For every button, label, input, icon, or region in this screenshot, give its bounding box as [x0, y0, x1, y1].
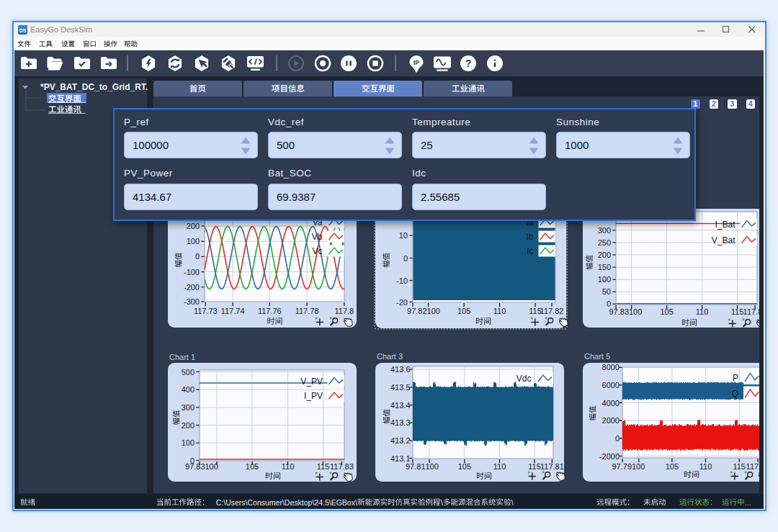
svg-text:0: 0 [195, 252, 200, 261]
svg-text:105: 105 [660, 307, 673, 316]
svg-text:I_Bat: I_Bat [715, 220, 735, 230]
svg-text:200: 200 [598, 251, 611, 259]
svg-text:200: 200 [182, 421, 194, 430]
svg-text:105: 105 [246, 462, 259, 471]
svg-text:-100: -100 [184, 268, 200, 276]
svg-text:IP: IP [413, 59, 420, 66]
svg-text:400: 400 [182, 385, 194, 394]
svg-text:413.2: 413.2 [390, 436, 411, 445]
svg-text:300: 300 [598, 226, 611, 235]
svg-text:115: 115 [731, 307, 744, 316]
svg-text:115: 115 [733, 462, 746, 471]
svg-text:97.79: 97.79 [612, 462, 632, 471]
svg-text:413.5: 413.5 [390, 383, 411, 392]
svg-text:Ic: Ic [527, 246, 533, 256]
svg-text:150: 150 [598, 263, 611, 271]
svg-text:-2000: -2000 [599, 452, 620, 461]
svg-text:200: 200 [187, 222, 200, 230]
svg-text:6000: 6000 [602, 381, 620, 389]
svg-text:100: 100 [187, 237, 200, 245]
svg-text:413.4: 413.4 [390, 401, 411, 410]
svg-text:500: 500 [182, 368, 194, 377]
svg-text:413.3: 413.3 [390, 418, 411, 427]
svg-text:110: 110 [493, 462, 506, 471]
svg-text:P: P [733, 373, 738, 383]
svg-text:I_PV: I_PV [304, 391, 323, 401]
svg-text:100: 100 [182, 438, 194, 447]
svg-text:Ib: Ib [526, 232, 533, 242]
svg-text:-200: -200 [184, 283, 200, 292]
svg-text:97.82: 97.82 [407, 307, 427, 315]
svg-text:105: 105 [458, 462, 471, 471]
svg-text:100: 100 [205, 462, 218, 471]
svg-text:100: 100 [598, 275, 611, 284]
svg-text:117.78: 117.78 [295, 307, 319, 315]
svg-text:Vc: Vc [312, 246, 322, 256]
svg-text:110: 110 [699, 462, 712, 471]
svg-text:4000: 4000 [602, 399, 620, 407]
svg-text:97.83: 97.83 [185, 462, 205, 471]
svg-text:110: 110 [696, 307, 709, 316]
svg-text:117.73: 117.73 [194, 307, 218, 315]
svg-text:250: 250 [598, 238, 611, 247]
svg-text:413.1: 413.1 [390, 454, 411, 463]
svg-text:117.74: 117.74 [221, 307, 245, 315]
svg-text:8000: 8000 [602, 363, 620, 371]
svg-text:117.82: 117.82 [540, 307, 564, 315]
svg-text:10: 10 [399, 231, 408, 240]
svg-text:Chart 3: Chart 3 [377, 352, 403, 361]
svg-text:110: 110 [493, 307, 506, 315]
svg-text:117.8: 117.8 [335, 307, 354, 315]
svg-text:97.83: 97.83 [609, 307, 629, 316]
svg-text:105: 105 [457, 307, 470, 315]
svg-text:Q: Q [732, 389, 738, 399]
svg-text:100: 100 [629, 307, 642, 316]
svg-text:Vb: Vb [312, 232, 323, 242]
svg-text:2000: 2000 [602, 416, 620, 425]
svg-text:50: 50 [602, 287, 611, 296]
svg-text:115: 115 [528, 462, 541, 471]
svg-text:Vdc: Vdc [517, 374, 532, 384]
svg-text:100: 100 [427, 307, 440, 315]
svg-text:-20: -20 [396, 298, 408, 307]
svg-text:413.6: 413.6 [390, 365, 411, 374]
svg-text:115: 115 [317, 462, 330, 471]
svg-text:117.83: 117.83 [330, 462, 354, 471]
svg-text:105: 105 [666, 462, 679, 471]
svg-text:110: 110 [282, 462, 295, 471]
svg-text:100: 100 [632, 462, 645, 471]
svg-text:?: ? [465, 58, 472, 69]
svg-text:117.79: 117.79 [746, 462, 759, 471]
svg-text:117.76: 117.76 [258, 307, 282, 315]
svg-text:117.83: 117.83 [743, 307, 759, 316]
svg-text:-300: -300 [184, 297, 200, 306]
svg-text:-10: -10 [396, 276, 408, 285]
svg-text:V_Bat: V_Bat [712, 235, 735, 245]
svg-text:Chart 1: Chart 1 [169, 353, 195, 361]
svg-text:117.81: 117.81 [540, 462, 564, 471]
svg-text:300: 300 [182, 403, 194, 412]
svg-text:0: 0 [615, 434, 620, 443]
svg-text:100: 100 [426, 462, 439, 471]
svg-text:97.81: 97.81 [406, 462, 426, 471]
svg-text:0: 0 [403, 254, 408, 263]
svg-text:V_PV: V_PV [300, 377, 323, 387]
svg-text:Chart 5: Chart 5 [584, 352, 610, 361]
